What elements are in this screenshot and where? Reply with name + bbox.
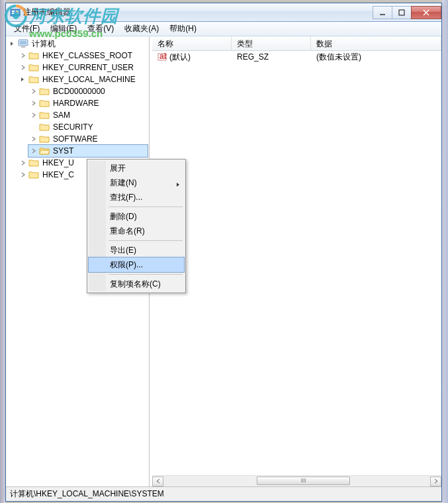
ctx-delete[interactable]: 删除(D) (89, 209, 184, 224)
tree-bcd[interactable]: BCD00000000 (28, 85, 148, 97)
tree-hklm[interactable]: HKEY_LOCAL_MACHINE (18, 73, 148, 85)
separator (109, 274, 183, 275)
tree-software[interactable]: SOFTWARE (28, 133, 148, 145)
expand-icon[interactable] (19, 171, 27, 179)
menu-file[interactable]: 文件(F) (9, 22, 45, 36)
ctx-copy-key-name[interactable]: 复制项名称(C) (89, 277, 184, 291)
folder-icon (28, 170, 39, 179)
ctx-label: 重命名(R) (110, 226, 145, 237)
tree-label: BCD00000000 (52, 87, 107, 96)
computer-icon (18, 39, 28, 48)
scroll-thumb[interactable] (257, 477, 350, 485)
ctx-label: 权限(P)... (110, 259, 143, 271)
folder-icon (39, 134, 50, 144)
ctx-label: 查找(F)... (110, 192, 142, 203)
folder-open-icon (39, 146, 50, 156)
col-name[interactable]: 名称 (152, 36, 232, 50)
tree-label: SOFTWARE (52, 134, 99, 144)
collapse-icon[interactable] (19, 75, 27, 83)
folder-icon (39, 99, 50, 108)
ctx-label: 删除(D) (110, 211, 137, 222)
folder-icon (39, 87, 50, 96)
close-button[interactable] (411, 6, 441, 19)
expand-icon[interactable] (19, 64, 27, 71)
string-value-icon: ab (157, 52, 167, 62)
status-path: 计算机\HKEY_LOCAL_MACHINE\SYSTEM (10, 488, 164, 500)
svg-rect-6 (399, 10, 404, 15)
ctx-label: 新建(N) (110, 177, 137, 189)
maximize-button[interactable] (392, 6, 412, 19)
ctx-new[interactable]: 新建(N) (89, 175, 184, 190)
value-pane: 名称 类型 数据 ab (默认) REG_SZ (数值未设置) (152, 36, 441, 486)
tree-security[interactable]: SECURITY (28, 121, 148, 133)
window-title: 注册表编辑器 (23, 7, 373, 18)
list-header: 名称 类型 数据 (152, 36, 441, 51)
tree-hkcu[interactable]: HKEY_CURRENT_USER (18, 62, 148, 73)
folder-icon (39, 111, 50, 120)
col-type[interactable]: 类型 (232, 36, 311, 50)
menubar: 文件(F) 编辑(E) 查看(V) 收藏夹(A) 帮助(H) (6, 22, 441, 36)
list-row[interactable]: ab (默认) REG_SZ (数值未设置) (152, 51, 441, 63)
scroll-left-button[interactable] (152, 477, 163, 486)
menu-help[interactable]: 帮助(H) (164, 22, 202, 36)
svg-rect-2 (12, 13, 15, 14)
context-menu: 展开 新建(N) 查找(F)... 删除(D) 重命名(R) 导出(E) 权限(… (87, 159, 186, 293)
ctx-expand[interactable]: 展开 (89, 161, 184, 175)
menu-view[interactable]: 查看(V) (82, 22, 119, 36)
menu-edit[interactable]: 编辑(E) (45, 22, 82, 36)
minimize-button[interactable] (373, 6, 392, 19)
horizontal-scrollbar[interactable] (152, 475, 441, 486)
svg-rect-3 (16, 11, 19, 12)
folder-icon (28, 63, 39, 72)
svg-rect-1 (12, 11, 15, 12)
ctx-label: 复制项名称(C) (110, 279, 161, 290)
svg-rect-4 (16, 13, 19, 14)
tree-hardware[interactable]: HARDWARE (28, 97, 148, 109)
tree-label: HKEY_CLASSES_ROOT (41, 51, 134, 60)
separator (109, 206, 183, 207)
tree-hkcr[interactable]: HKEY_CLASSES_ROOT (18, 50, 148, 62)
tree-sam[interactable]: SAM (28, 109, 148, 121)
value-data: (数值未设置) (311, 52, 441, 63)
expand-icon[interactable] (30, 147, 38, 155)
titlebar[interactable]: 注册表编辑器 (6, 3, 441, 22)
app-icon (10, 7, 21, 18)
separator (109, 240, 183, 241)
ctx-label: 展开 (110, 163, 126, 174)
ctx-rename[interactable]: 重命名(R) (89, 224, 184, 238)
folder-icon (39, 122, 50, 132)
expand-icon[interactable] (30, 99, 38, 107)
tree-label: HKEY_U (41, 158, 75, 167)
value-name: (默认) (169, 52, 191, 63)
col-data[interactable]: 数据 (311, 36, 441, 50)
regedit-window: 注册表编辑器 文件(F) 编辑(E) 查看(V) 收藏夹(A) 帮助(H) 计算… (5, 3, 442, 502)
menu-favorites[interactable]: 收藏夹(A) (119, 22, 164, 36)
ctx-find[interactable]: 查找(F)... (89, 190, 184, 205)
tree-system[interactable]: SYST (28, 145, 148, 157)
tree-label: SECURITY (52, 122, 95, 132)
ctx-permissions[interactable]: 权限(P)... (89, 257, 184, 272)
expand-icon[interactable] (19, 52, 27, 60)
tree-label: HARDWARE (52, 99, 101, 108)
tree-root[interactable]: 计算机 (7, 38, 148, 50)
expand-icon[interactable] (30, 111, 38, 119)
scroll-right-button[interactable] (430, 477, 441, 486)
value-type: REG_SZ (232, 52, 311, 62)
list-body[interactable]: ab (默认) REG_SZ (数值未设置) (152, 51, 441, 475)
collapse-icon[interactable] (9, 40, 17, 48)
tree-label: HKEY_LOCAL_MACHINE (41, 75, 137, 84)
expand-icon[interactable] (19, 159, 27, 167)
ctx-export[interactable]: 导出(E) (89, 243, 184, 257)
tree-label: SAM (52, 111, 71, 120)
folder-icon (28, 51, 39, 60)
svg-text:ab: ab (159, 52, 167, 61)
ctx-label: 导出(E) (110, 245, 136, 256)
statusbar: 计算机\HKEY_LOCAL_MACHINE\SYSTEM (6, 486, 441, 501)
expand-icon[interactable] (30, 135, 38, 143)
folder-icon (28, 75, 39, 84)
tree-label: SYST (52, 146, 75, 156)
scroll-track[interactable] (163, 477, 430, 486)
svg-rect-11 (21, 46, 25, 48)
expand-icon[interactable] (30, 87, 38, 95)
folder-icon (28, 158, 39, 167)
